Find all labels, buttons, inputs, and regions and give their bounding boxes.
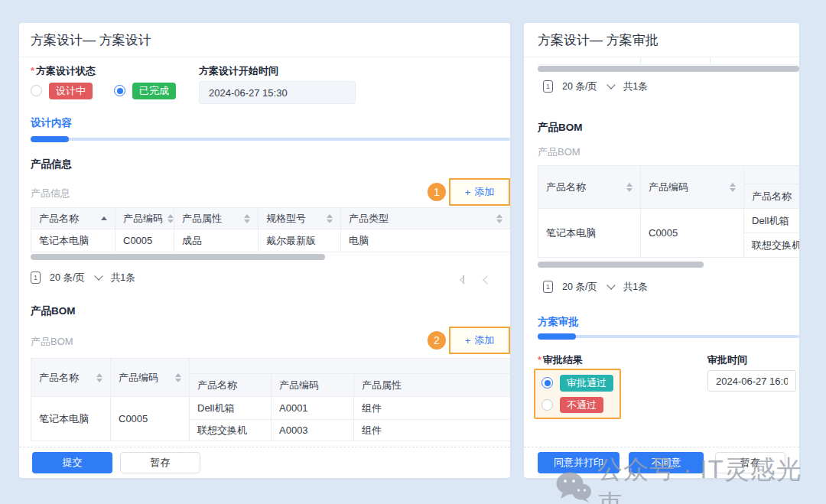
sort-icon[interactable] <box>626 183 633 192</box>
nested-col-product-name: 产品名称 <box>190 374 272 397</box>
col-header-product-name[interactable]: 产品名称 <box>538 166 641 209</box>
col-header-product-attr[interactable]: 产品属性 <box>174 208 259 229</box>
tab-track <box>538 335 799 338</box>
approval-time-label: 审批时间 <box>707 353 747 367</box>
approval-badge-fail[interactable]: 不通过 <box>560 397 603 414</box>
radio-rejected[interactable] <box>541 399 553 411</box>
product-bom-sublabel: 产品BOM <box>31 335 73 349</box>
col-header-product-name[interactable]: 产品名称 <box>31 208 115 229</box>
design-panel-title: 方案设计— 方案设计 <box>19 23 510 57</box>
sort-icon[interactable] <box>175 373 181 382</box>
nested-header-strip <box>744 166 799 184</box>
reject-button[interactable]: 不同意 <box>629 452 704 473</box>
first-page-icon[interactable] <box>463 275 467 284</box>
radio-completed[interactable] <box>114 85 125 96</box>
divider <box>524 447 799 447</box>
submit-button[interactable]: 提交 <box>32 452 112 473</box>
design-status-radio-group: 设计中 已完成 <box>31 83 176 99</box>
tab-design-content[interactable]: 设计内容 <box>31 116 72 130</box>
page-size-icon: 1 <box>31 272 41 284</box>
clipped-table-strip <box>538 57 799 65</box>
prev-page-icon[interactable] <box>483 275 491 284</box>
col-header-product-code[interactable]: 产品编码 <box>111 359 190 397</box>
col-header-spec-model[interactable]: 规格型号 <box>259 208 341 229</box>
horizontal-scrollbar[interactable] <box>31 254 325 260</box>
approval-result-radio-group: 审批通过 不通过 <box>534 369 621 419</box>
sort-asc-icon[interactable] <box>101 216 107 220</box>
cell: 笔记本电脑 <box>31 397 111 441</box>
cell: 成品 <box>174 229 259 252</box>
tab-track <box>31 138 510 141</box>
page-size-icon: 1 <box>543 80 553 93</box>
cell: C0005 <box>111 397 190 441</box>
tab-active-indicator <box>31 136 69 142</box>
chevron-down-icon <box>606 80 615 89</box>
tab-approval[interactable]: 方案审批 <box>538 315 579 329</box>
page-size-select[interactable]: 20 条/页 <box>562 80 614 93</box>
pagination: 1 20 条/页 共1条 <box>31 269 135 286</box>
design-start-time-input[interactable] <box>199 81 356 104</box>
save-draft-button[interactable]: 暂存 <box>120 452 200 473</box>
approval-panel-title: 方案设计— 方案审批 <box>524 23 799 57</box>
cell: A0001 <box>272 397 354 420</box>
approval-result-label: *审批结果 <box>538 353 583 367</box>
product-bom-table: 产品名称 产品编码 产品名称 笔记本电脑 C0005 <box>538 165 799 258</box>
cell: A0003 <box>272 420 354 441</box>
product-bom-heading: 产品BOM <box>31 304 76 318</box>
page-size-select[interactable]: 20 条/页 <box>50 272 102 285</box>
cell: 电脑 <box>341 229 510 252</box>
approval-panel: 方案设计— 方案审批 1 20 条/页 共1条 产品BOM 产品BOM 产品名称 <box>524 23 799 478</box>
page-size-icon: 1 <box>543 281 553 293</box>
cell: 联想交换机 <box>744 233 799 258</box>
pagination: 1 20 条/页 共1条 <box>543 278 648 295</box>
sort-icon[interactable] <box>730 183 736 192</box>
sort-icon[interactable] <box>244 214 250 223</box>
total-count: 共1条 <box>623 80 648 93</box>
sort-icon[interactable] <box>496 214 502 223</box>
col-header-product-name[interactable]: 产品名称 <box>31 359 111 397</box>
col-header-product-type[interactable]: 产品类型 <box>341 208 510 229</box>
status-badge-completed[interactable]: 已完成 <box>132 83 176 99</box>
status-badge-designing[interactable]: 设计中 <box>49 83 93 99</box>
plus-icon: + <box>465 335 471 346</box>
nested-col-product-name: 产品名称 <box>744 184 799 209</box>
plus-icon: + <box>465 187 471 198</box>
product-bom-table: 产品名称 产品编码 产品名称 产品编码 产品属性 笔记本电脑 <box>31 358 510 441</box>
cell: Dell机箱 <box>744 209 799 233</box>
cell: 组件 <box>354 420 510 441</box>
page-root: 方案设计— 方案设计 *方案设计状态 方案设计开始时间 设计中 已完成 设计内容… <box>0 0 826 504</box>
cell: 戴尔最新版 <box>259 229 341 252</box>
cell: C0005 <box>115 229 174 252</box>
cell: Dell机箱 <box>190 397 272 420</box>
step-badge-2: 2 <box>428 331 446 350</box>
page-size-select[interactable]: 20 条/页 <box>562 281 614 294</box>
cell: 笔记本电脑 <box>538 209 641 258</box>
add-product-button[interactable]: +添加 <box>449 178 510 206</box>
product-info-sublabel: 产品信息 <box>31 187 70 200</box>
cell: 笔记本电脑 <box>31 229 115 252</box>
save-draft-button[interactable]: 暂存 <box>715 452 785 473</box>
add-bom-button[interactable]: +添加 <box>449 327 510 354</box>
nested-col-product-attr: 产品属性 <box>354 374 510 397</box>
col-header-product-code[interactable]: 产品编码 <box>115 208 174 229</box>
sort-icon[interactable] <box>167 214 174 223</box>
tab-active-indicator <box>538 333 576 340</box>
divider <box>19 447 510 447</box>
cell: 组件 <box>354 397 510 420</box>
sort-icon[interactable] <box>96 373 102 382</box>
col-header-product-code[interactable]: 产品编码 <box>641 166 744 209</box>
horizontal-scrollbar[interactable] <box>538 262 704 268</box>
product-bom-heading: 产品BOM <box>538 121 583 135</box>
radio-approved[interactable] <box>541 377 553 389</box>
table-row: 笔记本电脑 C0005 Dell机箱 联想交换机 <box>538 209 799 258</box>
cell: C0005 <box>641 209 744 258</box>
horizontal-scrollbar[interactable] <box>538 66 799 72</box>
approval-badge-pass[interactable]: 审批通过 <box>560 375 613 392</box>
design-start-time-label: 方案设计开始时间 <box>199 64 278 78</box>
radio-designing[interactable] <box>31 85 42 96</box>
approve-print-button[interactable]: 同意并打印 <box>538 452 620 473</box>
table-row: 笔记本电脑 C0005 Dell机箱 A0001 组件 联想交换机 A0003 … <box>31 397 510 441</box>
sort-icon[interactable] <box>327 214 333 223</box>
product-bom-sublabel: 产品BOM <box>538 145 580 159</box>
approval-time-input[interactable] <box>707 370 796 392</box>
